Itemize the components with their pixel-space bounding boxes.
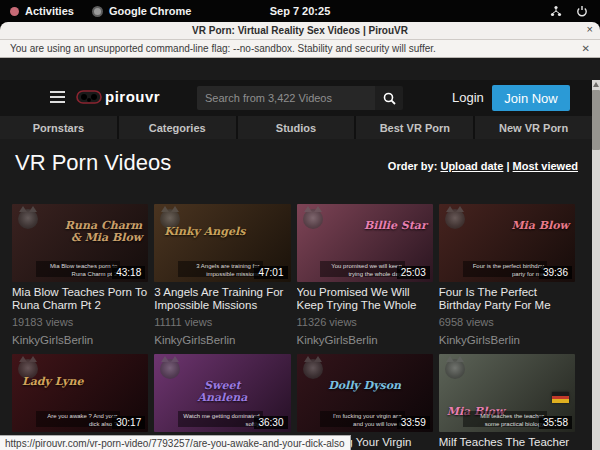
video-title[interactable]: Four Is The Perfect Birthday Party For M… <box>439 286 575 312</box>
menu-item-best-vr-porn[interactable]: Best VR Porn <box>356 116 473 139</box>
german-flag-icon <box>552 392 569 403</box>
duration-badge: 47:01 <box>254 266 287 279</box>
view-count: 11326 views <box>297 316 433 328</box>
studio-watermark-icon <box>445 359 465 379</box>
clock[interactable]: Sep 7 20:25 <box>0 5 600 17</box>
window-title: VR Porn: Virtual Reality Sex Videos | Pi… <box>192 25 408 36</box>
window-titlebar[interactable]: VR Porn: Virtual Reality Sex Videos | Pi… <box>0 22 600 39</box>
status-url: https://pirouvr.com/vr-porn-video/779325… <box>5 438 345 449</box>
video-thumbnail[interactable]: Runa Charm & Mia BlowMia Blow teaches po… <box>12 204 148 282</box>
hamburger-menu-icon[interactable] <box>50 91 65 106</box>
menu-item-new-vr-porn[interactable]: New VR Porn <box>475 116 592 139</box>
duration-badge: 36:30 <box>254 416 287 429</box>
thumbnail-caption: I'm fucking your virgin ass and you will… <box>320 411 404 427</box>
thumbnail-overlay-text: Billie Star <box>342 220 426 232</box>
studio-link[interactable]: KinkyGirlsBerlin <box>12 334 148 346</box>
studio-watermark-icon <box>303 359 323 379</box>
network-icon[interactable] <box>550 5 562 17</box>
video-thumbnail[interactable]: Mia BlowFour is the perfect birthday par… <box>439 204 575 282</box>
video-title[interactable]: 3 Angels Are Training For Impossible Mis… <box>154 286 290 312</box>
infobar-message: You are using an unsupported command-lin… <box>10 43 436 54</box>
order-separator: | <box>506 160 509 172</box>
search-button[interactable] <box>375 86 403 110</box>
video-thumbnail[interactable]: Mia BlowMilf teaches the teacher some pr… <box>439 354 575 432</box>
main-menu: Pornstars Categories Studios Best VR Por… <box>0 116 592 139</box>
video-card[interactable]: Mia BlowMilf teaches the teacher some pr… <box>439 354 575 450</box>
studio-link[interactable]: KinkyGirlsBerlin <box>154 334 290 346</box>
login-link[interactable]: Login <box>452 90 484 105</box>
video-card[interactable]: Kinky Angels3 Angels are training for im… <box>154 204 290 354</box>
duration-badge: 25:03 <box>397 266 430 279</box>
duration-badge: 30:17 <box>112 416 145 429</box>
thumbnail-overlay-text: Mia Blow <box>485 220 569 232</box>
studio-link[interactable]: KinkyGirlsBerlin <box>297 334 433 346</box>
infobar-close-icon[interactable]: ✕ <box>582 43 590 54</box>
menu-item-pornstars[interactable]: Pornstars <box>0 116 117 139</box>
video-grid: Runa Charm & Mia BlowMia Blow teaches po… <box>12 204 575 450</box>
page-title: VR Porn Videos <box>15 150 171 176</box>
scrollbar-up-arrow-icon[interactable] <box>593 82 599 87</box>
logo-text: pirouvr <box>105 88 160 105</box>
video-thumbnail[interactable]: Kinky Angels3 Angels are training for im… <box>154 204 290 282</box>
thumbnail-caption: Milf teaches the teacher some practical … <box>463 411 547 427</box>
power-icon[interactable] <box>576 5 588 17</box>
order-link-most-viewed[interactable]: Most viewed <box>513 160 578 172</box>
system-top-bar: Activities Google Chrome Sep 7 20:25 <box>0 0 600 22</box>
video-thumbnail[interactable]: Dolly DysonI'm fucking your virgin ass a… <box>297 354 433 432</box>
duration-badge: 43:18 <box>112 266 145 279</box>
page-viewport: pirouvr Login Join Now Pornstars Categor… <box>0 80 592 450</box>
thumbnail-caption: Are you awake ? And your dick also ? <box>36 411 120 427</box>
studio-watermark-icon <box>18 209 38 229</box>
video-thumbnail[interactable]: Billie StarYou promised we will keep try… <box>297 204 433 282</box>
studio-watermark-icon <box>160 359 180 379</box>
thumbnail-caption: Four is the perfect birthday party for m… <box>463 261 547 277</box>
view-count: 6958 views <box>439 316 575 328</box>
site-logo[interactable]: pirouvr <box>76 88 160 105</box>
menu-item-categories[interactable]: Categories <box>119 116 236 139</box>
video-title[interactable]: Milf Teaches The Teacher Some Practical … <box>439 436 575 450</box>
thumbnail-overlay-text: Sweet Analena <box>180 380 264 403</box>
video-title[interactable]: Mia Blow Teaches Porn To Runa Charm Pt 2 <box>12 286 148 312</box>
scrollbar[interactable] <box>592 80 600 450</box>
view-count: 11111 views <box>154 316 290 328</box>
duration-badge: 33:59 <box>397 416 430 429</box>
video-thumbnail[interactable]: Sweet AnalenaWatch me getting dominated … <box>154 354 290 432</box>
video-thumbnail[interactable]: Lady LyneAre you awake ? And your dick a… <box>12 354 148 432</box>
thumbnail-caption: You promised we will keep trying the who… <box>320 261 404 277</box>
studio-watermark-icon <box>303 209 323 229</box>
duration-badge: 39:36 <box>539 266 572 279</box>
chrome-infobar: You are using an unsupported command-lin… <box>0 39 600 58</box>
thumbnail-overlay-text: Kinky Angels <box>164 226 248 238</box>
window-close-icon[interactable]: × <box>587 23 593 35</box>
site-navbar: pirouvr Login Join Now <box>0 80 592 116</box>
browser-window: VR Porn: Virtual Reality Sex Videos | Pi… <box>0 22 600 450</box>
status-bar: https://pirouvr.com/vr-porn-video/779325… <box>0 435 351 450</box>
duration-badge: 35:58 <box>539 416 572 429</box>
thumbnail-overlay-text: Lady Lyne <box>22 376 106 388</box>
thumbnail-overlay-text: Runa Charm & Mia Blow <box>58 220 142 243</box>
vr-goggles-icon <box>76 90 102 104</box>
video-card[interactable]: Mia BlowFour is the perfect birthday par… <box>439 204 575 354</box>
search-input[interactable] <box>197 86 375 110</box>
video-card[interactable]: Runa Charm & Mia BlowMia Blow teaches po… <box>12 204 148 354</box>
order-link-upload-date[interactable]: Upload date <box>440 160 503 172</box>
scrollbar-thumb[interactable] <box>592 90 600 150</box>
video-card[interactable]: Billie StarYou promised we will keep try… <box>297 204 433 354</box>
menu-item-studios[interactable]: Studios <box>238 116 355 139</box>
join-now-button[interactable]: Join Now <box>492 85 570 111</box>
thumbnail-caption: 3 Angels are training for impossible mis… <box>178 261 262 277</box>
view-count: 19183 views <box>12 316 148 328</box>
studio-link[interactable]: KinkyGirlsBerlin <box>439 334 575 346</box>
search-icon <box>383 92 396 105</box>
thumbnail-caption: Watch me getting dominated softly <box>178 411 262 427</box>
studio-watermark-icon <box>445 209 465 229</box>
order-by-label: Order by: <box>388 160 438 172</box>
thumbnail-caption: Mia Blow teaches porn to Runa Charm pt 2 <box>36 261 120 277</box>
video-title[interactable]: You Promised We Will Keep Trying The Who… <box>297 286 433 312</box>
thumbnail-overlay-text: Dolly Dyson <box>322 380 406 392</box>
order-by-bar: Order by: Upload date | Most viewed <box>388 160 578 172</box>
